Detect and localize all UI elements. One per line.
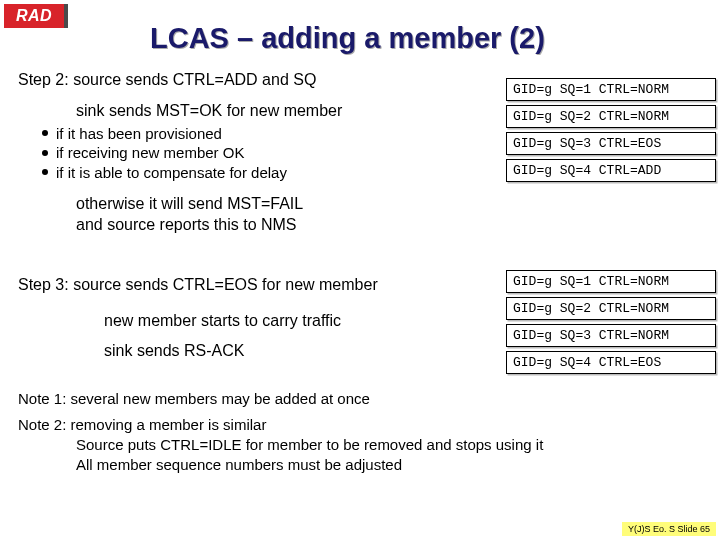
bullet-icon (42, 169, 48, 175)
bullet-icon (42, 150, 48, 156)
message-box: GID=g SQ=3 CTRL=EOS (506, 132, 716, 155)
message-box: GID=g SQ=4 CTRL=ADD (506, 159, 716, 182)
step3-line1: new member starts to carry traffic (104, 306, 341, 336)
step3-body: new member starts to carry traffic sink … (104, 306, 341, 367)
note-2-heading: Note 2: removing a member is similar (18, 416, 543, 433)
message-box: GID=g SQ=3 CTRL=NORM (506, 324, 716, 347)
step3-line2: sink sends RS-ACK (104, 336, 341, 366)
step3-message-boxes: GID=g SQ=1 CTRL=NORM GID=g SQ=2 CTRL=NOR… (506, 270, 716, 378)
message-box: GID=g SQ=4 CTRL=EOS (506, 351, 716, 374)
message-box: GID=g SQ=1 CTRL=NORM (506, 78, 716, 101)
message-box: GID=g SQ=2 CTRL=NORM (506, 297, 716, 320)
note-2: Note 2: removing a member is similar Sou… (18, 416, 543, 476)
bullet-text: if receiving new member OK (56, 143, 244, 163)
message-box: GID=g SQ=1 CTRL=NORM (506, 270, 716, 293)
step2-otherwise: otherwise it will send MST=FAIL and sour… (76, 194, 710, 236)
bullet-text: if it is able to compensate for delay (56, 163, 287, 183)
step3-heading: Step 3: source sends CTRL=EOS for new me… (18, 276, 378, 294)
note-2-line1: Source puts CTRL=IDLE for member to be r… (76, 435, 543, 455)
message-box: GID=g SQ=2 CTRL=NORM (506, 105, 716, 128)
step2-message-boxes: GID=g SQ=1 CTRL=NORM GID=g SQ=2 CTRL=NOR… (506, 78, 716, 186)
note-1: Note 1: several new members may be added… (18, 390, 370, 407)
note-2-line2: All member sequence numbers must be adju… (76, 455, 543, 475)
otherwise-line1: otherwise it will send MST=FAIL (76, 194, 710, 215)
note-2-body: Source puts CTRL=IDLE for member to be r… (76, 435, 543, 476)
slide-title: LCAS – adding a member (2) (150, 22, 545, 55)
otherwise-line2: and source reports this to NMS (76, 215, 710, 236)
footer-slide-number: Y(J)S Eo. S Slide 65 (622, 522, 716, 536)
bullet-text: if it has been provisioned (56, 124, 222, 144)
brand-logo: RAD (4, 4, 68, 28)
bullet-icon (42, 130, 48, 136)
